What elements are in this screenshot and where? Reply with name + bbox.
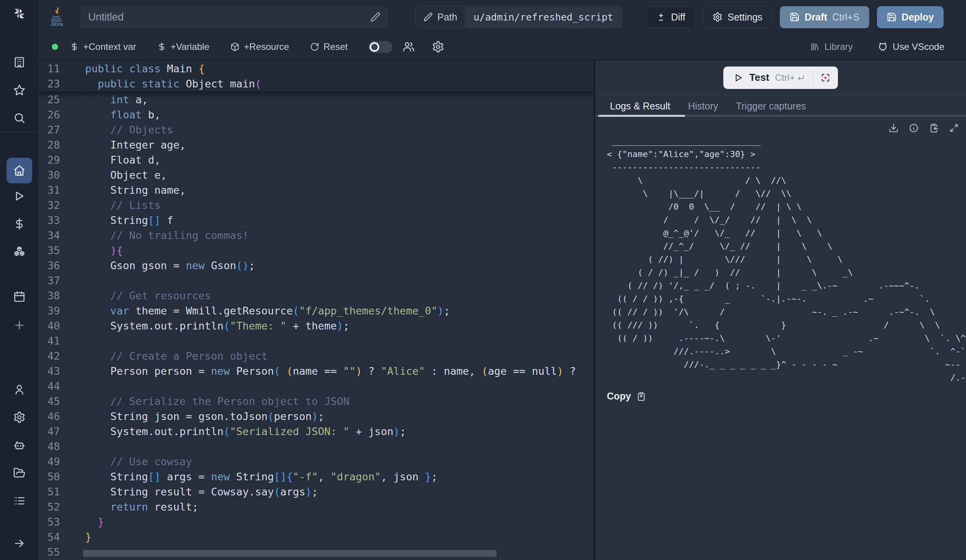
code-lines[interactable]: 25 int a,26 float b,27 // Objects28 Inte… <box>39 91 594 560</box>
code-line-37[interactable]: 37 <box>39 273 594 288</box>
code-line-49[interactable]: 49 // Use cowsay <box>39 454 594 469</box>
tab-trigger-captures[interactable]: Trigger captures <box>736 101 806 112</box>
mode-toggle[interactable] <box>368 41 392 53</box>
code-line-47[interactable]: 47 System.out.println("Serialized JSON: … <box>39 424 594 439</box>
code-line-46[interactable]: 46 String json = gson.toJson(person); <box>39 409 594 424</box>
test-shortcut: Ctrl+ <box>775 72 805 83</box>
add-variable-button[interactable]: +Variable <box>157 41 209 52</box>
active-tab-underline <box>598 115 685 117</box>
code-line-36[interactable]: 36 Gson gson = new Gson(); <box>39 258 594 273</box>
path-value[interactable]: u/admin/refreshed_script <box>465 7 622 28</box>
indent-guide <box>86 91 86 509</box>
use-vscode-button[interactable]: Use VScode <box>878 41 944 52</box>
line-number: 34 <box>39 228 60 243</box>
sidebar-item-add[interactable] <box>13 319 26 332</box>
line-number: 28 <box>39 137 60 152</box>
code-line-51[interactable]: 51 String result = Cowsay.say(args); <box>39 484 594 499</box>
code-line-28[interactable]: 28 Integer age, <box>39 137 594 152</box>
sidebar-item-folders[interactable] <box>13 466 26 480</box>
code-line-33[interactable]: 33 String[] f <box>39 213 594 228</box>
tab-logs-and-result[interactable]: Logs & Result <box>610 101 670 112</box>
sidebar-item-favorites[interactable] <box>13 84 26 97</box>
save-icon <box>790 12 800 22</box>
code-line-30[interactable]: 30 Object e, <box>39 167 594 183</box>
sticky-scope-header[interactable]: 11public class Main {23 public static Ob… <box>39 60 594 91</box>
code-editor[interactable]: 11public class Main {23 public static Ob… <box>39 60 594 560</box>
windmill-logo-icon[interactable] <box>13 7 26 20</box>
horizontal-scrollbar[interactable] <box>83 550 497 557</box>
test-button[interactable]: Test Ctrl+ <box>723 67 813 89</box>
line-number: 31 <box>39 183 60 198</box>
status-dot <box>52 44 58 50</box>
deploy-button[interactable]: Deploy <box>877 6 944 28</box>
code-line-31[interactable]: 31 String name, <box>39 183 594 198</box>
sidebar-expand-icon[interactable] <box>13 537 26 550</box>
code-line-50[interactable]: 50 String[] args = new String[]{"-f", "d… <box>39 469 594 484</box>
code-line-42[interactable]: 42 // Create a Person object <box>39 348 594 364</box>
code-line-32[interactable]: 32 // Lists <box>39 198 594 213</box>
code-line-23[interactable]: 23 public static Object main( <box>39 76 594 91</box>
script-title-input[interactable]: Untitled <box>80 6 388 28</box>
code-line-54[interactable]: 54} <box>39 529 594 545</box>
code-line-35[interactable]: 35 ){ <box>39 243 594 258</box>
line-number: 40 <box>39 318 60 333</box>
draft-button[interactable]: Draft Ctrl+S <box>780 6 869 28</box>
code-line-25[interactable]: 25 int a, <box>39 92 594 107</box>
java-language-icon: Java <box>48 7 65 27</box>
line-number: 30 <box>39 167 60 183</box>
add-resource-button[interactable]: +Resource <box>230 41 289 52</box>
settings-button[interactable]: Settings <box>703 6 772 28</box>
code-line-34[interactable]: 34 // No trailing commas! <box>39 228 594 243</box>
expand-result-icon[interactable] <box>949 123 959 133</box>
copy-to-clipboard-icon[interactable] <box>929 123 939 133</box>
code-line-29[interactable]: 29 Float d, <box>39 152 594 167</box>
code-line-44[interactable]: 44 <box>39 379 594 394</box>
download-result-icon[interactable] <box>889 123 899 133</box>
edit-title-pencil-icon[interactable] <box>370 12 380 22</box>
code-line-40[interactable]: 40 System.out.println("Theme: " + theme)… <box>39 318 594 333</box>
copy-result-button[interactable]: Copy <box>607 391 966 402</box>
code-line-27[interactable]: 27 // Objects <box>39 122 594 137</box>
code-line-43[interactable]: 43 Person person = new Person( (name == … <box>39 364 594 379</box>
line-number: 29 <box>39 152 60 167</box>
code-line-45[interactable]: 45 // Serialize the Person object to JSO… <box>39 394 594 409</box>
capture-test-button[interactable] <box>813 67 838 89</box>
code-line-52[interactable]: 52 return result; <box>39 499 594 514</box>
sidebar-item-search[interactable] <box>13 111 26 125</box>
code-line-41[interactable]: 41 <box>39 333 594 348</box>
sidebar-item-variables[interactable] <box>13 217 26 230</box>
add-context-var-button[interactable]: +Context var <box>70 41 136 52</box>
info-icon[interactable] <box>909 123 919 133</box>
code-line-48[interactable]: 48 <box>39 439 594 454</box>
reset-button[interactable]: Reset <box>310 41 348 52</box>
sidebar-item-settings[interactable] <box>13 411 26 424</box>
code-line-38[interactable]: 38 // Get resources <box>39 288 594 303</box>
sidebar-item-user[interactable] <box>13 383 26 396</box>
editor-settings-button[interactable] <box>432 41 444 53</box>
collaborators-button[interactable] <box>402 41 415 53</box>
sidebar-item-schedules[interactable] <box>13 290 26 303</box>
code-line-26[interactable]: 26 float b, <box>39 107 594 122</box>
diff-icon <box>656 12 666 22</box>
code-line-11[interactable]: 11public class Main { <box>39 61 594 76</box>
sidebar-item-runs[interactable] <box>13 190 26 203</box>
sidebar-item-workers[interactable] <box>13 439 26 452</box>
path-edit-button[interactable]: Path <box>416 7 465 28</box>
library-button[interactable]: Library <box>810 41 853 52</box>
line-number: 27 <box>39 122 60 137</box>
sidebar-item-workspace[interactable] <box>13 56 26 69</box>
path-field[interactable]: Path u/admin/refreshed_script <box>415 6 622 28</box>
sidebar-divider <box>0 131 39 132</box>
gear-icon <box>713 12 723 22</box>
sidebar-item-resources[interactable] <box>13 245 26 258</box>
sidebar-item-home[interactable] <box>7 158 32 183</box>
return-key-icon <box>796 73 805 82</box>
line-number: 39 <box>39 303 60 318</box>
diff-button[interactable]: Diff <box>646 6 695 28</box>
sidebar-item-audit-logs[interactable] <box>13 494 26 507</box>
code-line-39[interactable]: 39 var theme = Wmill.getResource("f/app_… <box>39 303 594 318</box>
code-line-53[interactable]: 53 } <box>39 514 594 529</box>
tab-history[interactable]: History <box>688 101 718 112</box>
line-number: 11 <box>39 61 60 76</box>
toggle-knob <box>370 42 379 52</box>
